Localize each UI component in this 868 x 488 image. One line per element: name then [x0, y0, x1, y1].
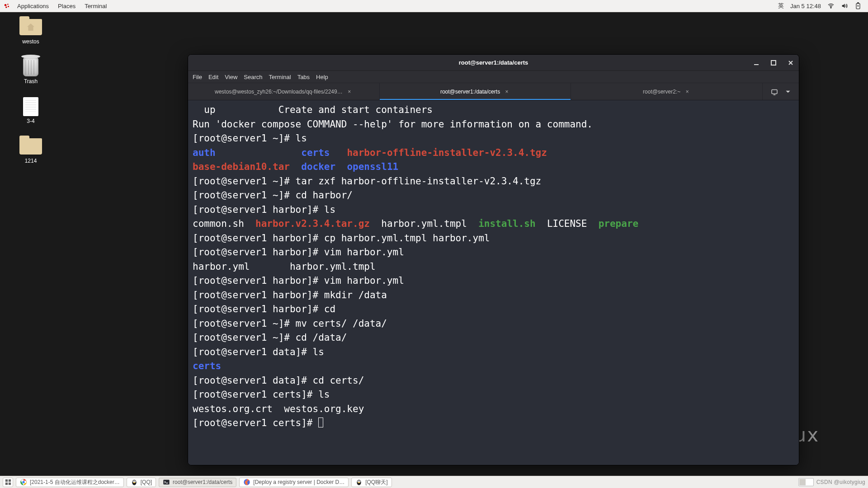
menu-tabs[interactable]: Tabs — [297, 74, 310, 80]
taskbar-task[interactable]: root@server1:/data/certs — [159, 478, 236, 487]
task-label: [QQ聊天] — [365, 479, 387, 486]
menu-file[interactable]: File — [193, 74, 202, 80]
svg-point-24 — [358, 481, 359, 482]
battery-icon[interactable] — [854, 2, 862, 9]
task-label: [QQ] — [141, 479, 152, 485]
tab-close-icon[interactable]: × — [504, 89, 510, 95]
tab-close-icon[interactable]: × — [684, 89, 690, 95]
wifi-icon[interactable] — [827, 2, 835, 9]
window-titlebar[interactable]: root@server1:/data/certs — [188, 55, 799, 71]
system-tray: 英 Jan 5 12:48 — [778, 2, 864, 10]
svg-point-25 — [359, 481, 360, 482]
home-folder-icon — [19, 19, 42, 35]
desktop-icon-label: 3-4 — [27, 118, 34, 124]
bottom-panel: [2021-1-5 自动化运维课程之docker…[QQ]root@server… — [0, 476, 868, 488]
folder-icon — [19, 138, 42, 155]
taskbar-task[interactable]: [QQ聊天] — [351, 478, 392, 487]
taskbar-task[interactable]: [Deploy a registry server | Docker D… — [239, 478, 349, 487]
desktop-icons: westos Trash 3-4 1214 — [13, 18, 49, 164]
svg-rect-6 — [858, 3, 859, 4]
menu-terminal[interactable]: Terminal — [269, 74, 291, 80]
window-close-button[interactable] — [786, 58, 795, 67]
svg-point-18 — [133, 481, 134, 482]
tab-label: westos@westos_zyh26:~/Downloads/qq-files… — [215, 89, 343, 95]
tab-label: root@server1:/data/certs — [440, 89, 500, 95]
document-icon — [23, 97, 38, 116]
svg-rect-20 — [163, 480, 169, 485]
desktop-icon-label: Trash — [24, 78, 38, 84]
svg-point-4 — [830, 7, 831, 8]
workspace-switcher[interactable] — [798, 478, 814, 486]
svg-point-1 — [7, 4, 9, 5]
desktop-icon-document[interactable]: 3-4 — [13, 97, 49, 124]
chrome-icon — [20, 479, 27, 486]
terminal-window: root@server1:/data/certs File Edit View … — [188, 54, 799, 465]
svg-rect-9 — [772, 89, 777, 94]
svg-point-2 — [8, 6, 9, 7]
task-label: [2021-1-5 自动化运维课程之docker… — [30, 479, 120, 486]
top-menu-applications[interactable]: Applications — [13, 3, 53, 9]
svg-rect-11 — [8, 479, 10, 482]
terminal-tab[interactable]: root@server1:/data/certs × — [380, 83, 571, 100]
svg-point-19 — [134, 481, 135, 482]
terminal-icon — [163, 479, 170, 486]
desktop-icon-folder[interactable]: 1214 — [13, 137, 49, 164]
distro-logo-icon — [4, 3, 10, 9]
menu-help[interactable]: Help — [316, 74, 328, 80]
terminal-tab[interactable]: westos@westos_zyh26:~/Downloads/qq-files… — [188, 83, 380, 100]
svg-point-15 — [22, 481, 24, 483]
task-label: root@server1:/data/certs — [173, 479, 232, 485]
svg-rect-12 — [5, 483, 7, 485]
top-menu-places[interactable]: Places — [53, 3, 80, 9]
top-panel: Applications Places Terminal 英 Jan 5 12:… — [0, 0, 868, 12]
tab-close-icon[interactable]: × — [346, 89, 353, 95]
broadcast-icon[interactable] — [770, 88, 778, 96]
desktop-icon-label: westos — [22, 38, 39, 45]
window-minimize-button[interactable] — [752, 58, 761, 67]
show-desktop-button[interactable] — [3, 478, 13, 487]
qq-icon — [131, 479, 138, 486]
volume-icon[interactable] — [841, 2, 848, 9]
qq-icon — [355, 479, 363, 486]
svg-rect-8 — [771, 61, 776, 65]
tab-label: root@server2:~ — [643, 89, 680, 95]
desktop-icon-label: 1214 — [25, 158, 37, 164]
desktop-icon-home[interactable]: westos — [13, 18, 49, 45]
window-title: root@server1:/data/certs — [459, 59, 528, 66]
desktop[interactable]: westos Trash 3-4 1214 lux root@server1:/… — [0, 12, 868, 476]
svg-rect-13 — [8, 483, 10, 485]
terminal-menubar: File Edit View Search Terminal Tabs Help — [188, 71, 799, 83]
menu-search[interactable]: Search — [244, 74, 262, 80]
menu-edit[interactable]: Edit — [208, 74, 218, 80]
task-label: [Deploy a registry server | Docker D… — [253, 479, 344, 485]
taskbar-task[interactable]: [2021-1-5 自动化运维课程之docker… — [16, 478, 124, 487]
taskbar-task[interactable]: [QQ] — [127, 478, 156, 487]
window-maximize-button[interactable] — [769, 58, 778, 67]
desktop-icon-trash[interactable]: Trash — [13, 57, 49, 84]
terminal-output[interactable]: up Create and start containersRun 'docke… — [188, 100, 799, 465]
svg-point-3 — [5, 6, 7, 8]
trash-icon — [23, 57, 38, 76]
terminal-tabbar: westos@westos_zyh26:~/Downloads/qq-files… — [188, 83, 799, 100]
svg-rect-7 — [754, 64, 759, 65]
firefox-icon — [243, 479, 250, 486]
ime-indicator[interactable]: 英 — [778, 2, 784, 10]
clock[interactable]: Jan 5 12:48 — [790, 3, 821, 9]
terminal-tab[interactable]: root@server2:~ × — [571, 83, 763, 100]
tab-menu-icon[interactable] — [785, 89, 791, 95]
top-menu-terminal[interactable]: Terminal — [80, 3, 111, 9]
watermark-text: CSDN @uikotygiug — [816, 479, 865, 485]
svg-point-0 — [5, 4, 7, 6]
menu-view[interactable]: View — [225, 74, 237, 80]
svg-rect-10 — [5, 479, 7, 482]
